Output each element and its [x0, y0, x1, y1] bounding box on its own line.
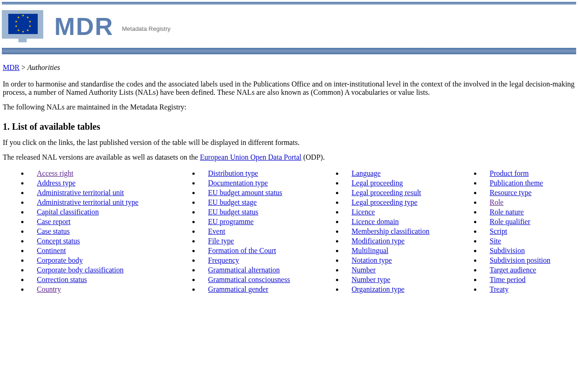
- nal-list-item: Product form: [481, 169, 575, 178]
- nal-link[interactable]: Membership classification: [352, 227, 429, 235]
- nal-list-item: Language: [343, 169, 465, 178]
- nal-link[interactable]: Correction status: [37, 276, 87, 283]
- nal-link[interactable]: Site: [490, 237, 501, 245]
- intro-paragraph-1: In order to harmonise and standardise th…: [3, 80, 575, 97]
- nal-link[interactable]: Multilingual: [352, 247, 388, 254]
- nal-link[interactable]: Corporate body classification: [37, 266, 123, 274]
- nal-list-item: Grammatical gender: [200, 285, 327, 294]
- nal-link[interactable]: Publication theme: [490, 179, 543, 187]
- nal-link[interactable]: Grammatical gender: [208, 285, 268, 293]
- logo-subtitle: Metadata Registry: [122, 25, 171, 32]
- nal-link[interactable]: Subdivision: [490, 247, 525, 254]
- nal-link[interactable]: EU budget status: [208, 208, 258, 216]
- breadcrumb-separator: >: [19, 63, 27, 71]
- nal-list-item: Administrative territorial unit type: [29, 198, 183, 207]
- nal-list-item: Documentation type: [200, 179, 327, 187]
- nal-link[interactable]: Licence domain: [352, 218, 399, 225]
- nal-list-3: LanguageLegal proceedingLegal proceeding…: [327, 169, 465, 294]
- nal-link[interactable]: Address type: [37, 179, 75, 187]
- odp-suffix: (ODP).: [301, 153, 325, 161]
- nal-link[interactable]: Administrative territorial unit: [37, 189, 124, 196]
- nal-list-item: Script: [481, 227, 575, 236]
- nal-list-item: EU budget amount status: [200, 189, 327, 197]
- breadcrumb: MDR > Authorities: [3, 63, 575, 72]
- nal-list-item: Role: [481, 198, 575, 207]
- header-separator-bar: [2, 48, 576, 54]
- nal-link[interactable]: Language: [352, 169, 381, 177]
- nal-link[interactable]: Notation type: [352, 256, 392, 264]
- nal-link[interactable]: Script: [490, 227, 507, 235]
- nal-link[interactable]: Corporate body: [37, 256, 83, 264]
- nal-link[interactable]: Access right: [37, 169, 74, 177]
- nal-list-item: Membership classification: [343, 227, 465, 236]
- nal-list-item: Event: [200, 227, 327, 236]
- nal-link[interactable]: Legal proceeding type: [352, 198, 417, 206]
- nal-column-1: Access rightAddress typeAdministrative t…: [12, 168, 183, 295]
- nal-list-1: Access rightAddress typeAdministrative t…: [12, 169, 183, 294]
- breadcrumb-root-link[interactable]: MDR: [3, 63, 19, 71]
- nal-link[interactable]: File type: [208, 237, 234, 245]
- section-paragraph-2: The released NAL versions are available …: [3, 153, 575, 161]
- nal-link[interactable]: Event: [208, 227, 225, 235]
- nal-list-item: Number: [343, 266, 465, 274]
- intro-paragraph-2: The following NALs are maintained in the…: [3, 103, 575, 111]
- nal-list-item: Capital classification: [29, 208, 183, 216]
- nal-link[interactable]: Number: [352, 266, 376, 274]
- nal-list-item: Formation of the Court: [200, 247, 327, 255]
- nal-link[interactable]: Frequency: [208, 256, 239, 264]
- nal-list-item: Subdivision: [481, 247, 575, 255]
- nal-list-item: Role qualifier: [481, 218, 575, 226]
- nal-link[interactable]: Subdivision position: [490, 256, 550, 264]
- nal-list-item: Access right: [29, 169, 183, 178]
- nal-list-item: Site: [481, 237, 575, 245]
- nal-link[interactable]: Number type: [352, 276, 390, 283]
- nal-link[interactable]: Resource type: [490, 189, 532, 196]
- nal-link[interactable]: Grammatical consciousness: [208, 276, 290, 283]
- nal-list-item: Time period: [481, 276, 575, 284]
- nal-list-item: Corporate body classification: [29, 266, 183, 274]
- nal-link[interactable]: Time period: [490, 276, 526, 283]
- nal-link[interactable]: Role: [490, 198, 503, 206]
- nal-list-item: Organization type: [343, 285, 465, 294]
- nal-link[interactable]: Licence: [352, 208, 375, 216]
- nal-link[interactable]: Concept status: [37, 237, 80, 245]
- nal-link[interactable]: Treaty: [490, 285, 509, 293]
- nal-list-item: Resource type: [481, 189, 575, 197]
- nal-link[interactable]: Role nature: [490, 208, 524, 216]
- nal-link[interactable]: Legal proceeding: [352, 179, 403, 187]
- odp-link[interactable]: European Union Open Data Portal: [200, 153, 301, 161]
- nal-link[interactable]: Legal proceeding result: [352, 189, 421, 196]
- nal-list-item: Number type: [343, 276, 465, 284]
- nal-link[interactable]: EU budget stage: [208, 198, 257, 206]
- nal-list-item: Continent: [29, 247, 183, 255]
- nal-list-item: Subdivision position: [481, 256, 575, 265]
- nal-column-2: Distribution typeDocumentation typeEU bu…: [183, 168, 327, 295]
- nal-link[interactable]: Capital classification: [37, 208, 99, 216]
- nal-list-item: EU budget status: [200, 208, 327, 216]
- nal-link[interactable]: Country: [37, 285, 61, 293]
- nal-list-item: Distribution type: [200, 169, 327, 178]
- nal-link[interactable]: Grammatical alternation: [208, 266, 280, 274]
- nal-list-item: Case status: [29, 227, 183, 236]
- nal-link[interactable]: Organization type: [352, 285, 405, 293]
- nal-list-item: Case report: [29, 218, 183, 226]
- nal-link[interactable]: Administrative territorial unit type: [37, 198, 139, 206]
- nal-link[interactable]: Continent: [37, 247, 66, 254]
- nal-link[interactable]: Case status: [37, 227, 70, 235]
- nal-list-item: Grammatical consciousness: [200, 276, 327, 284]
- nal-list-item: Corporate body: [29, 256, 183, 265]
- nal-link[interactable]: Product form: [490, 169, 529, 177]
- nal-link[interactable]: EU budget amount status: [208, 189, 282, 196]
- nal-link[interactable]: Modification type: [352, 237, 405, 245]
- nal-link[interactable]: EU programme: [208, 218, 254, 225]
- main-content: MDR > Authorities In order to harmonise …: [0, 63, 578, 295]
- nal-link[interactable]: Distribution type: [208, 169, 258, 177]
- nal-link[interactable]: Case report: [37, 218, 70, 225]
- nal-link[interactable]: Formation of the Court: [208, 247, 276, 254]
- nal-link[interactable]: Role qualifier: [490, 218, 530, 225]
- nal-list-item: Multilingual: [343, 247, 465, 255]
- nal-list-item: Legal proceeding: [343, 179, 465, 187]
- nal-list-item: Notation type: [343, 256, 465, 265]
- nal-link[interactable]: Target audience: [490, 266, 536, 274]
- nal-link[interactable]: Documentation type: [208, 179, 268, 187]
